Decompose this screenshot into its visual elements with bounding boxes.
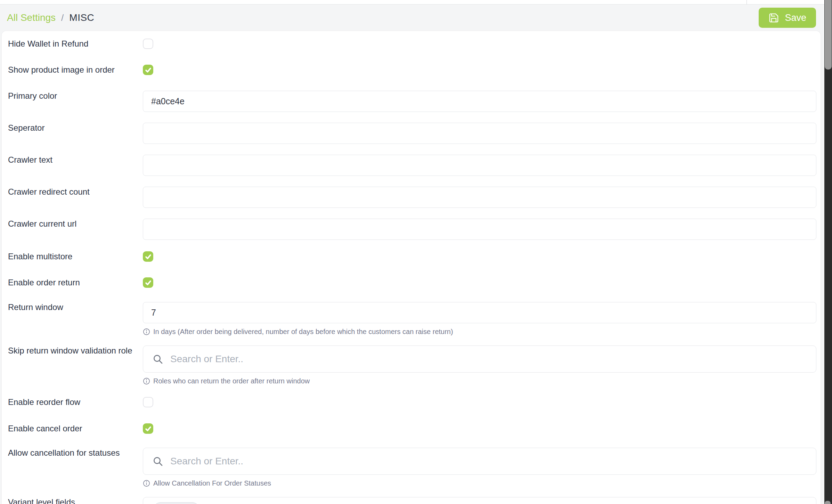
enable-reorder-flow-checkbox[interactable] — [143, 397, 153, 407]
field-label: Variant level fields — [7, 497, 143, 504]
seperator-input[interactable] — [143, 123, 816, 144]
field-row-primary-color: Primary color — [7, 91, 816, 112]
field-label: Return window — [7, 302, 143, 312]
top-edge-divider — [747, 0, 747, 5]
field-label: Allow cancellation for statuses — [7, 448, 143, 458]
field-label: Skip return window validation role — [7, 346, 143, 356]
magnifier-icon — [152, 353, 163, 365]
field-row-hide-wallet-in-refund: Hide Wallet in Refund — [7, 39, 816, 49]
field-row-enable-cancel-order: Enable cancel order — [7, 423, 816, 434]
helper-text: Roles who can return the order after ret… — [153, 377, 310, 385]
helper-text: Allow Cancellation For Order Statuses — [153, 479, 271, 487]
top-edge-bar — [0, 0, 824, 5]
variant-level-fields-multiselect[interactable] — [143, 497, 816, 504]
scrollbar-bottom-nub — [825, 501, 831, 504]
skip-return-role-helper: Roles who can return the order after ret… — [143, 377, 816, 385]
info-circle-icon — [143, 377, 150, 385]
field-label: Enable order return — [7, 277, 143, 288]
field-row-enable-order-return: Enable order return — [7, 277, 816, 288]
field-label: Primary color — [7, 91, 143, 101]
checkmark-icon — [145, 425, 152, 432]
field-label: Seperator — [7, 123, 143, 133]
field-row-enable-multistore: Enable multistore — [7, 251, 816, 262]
save-button-label: Save — [785, 13, 806, 23]
field-label: Crawler redirect count — [7, 187, 143, 197]
allow-cancellation-helper: Allow Cancellation For Order Statuses — [143, 479, 816, 487]
field-row-return-window: Return window In days (After order being… — [7, 302, 816, 336]
field-row-show-product-image: Show product image in order — [7, 65, 816, 75]
info-circle-icon — [143, 480, 150, 487]
checkmark-icon — [145, 253, 152, 260]
magnifier-icon — [152, 456, 163, 467]
field-label: Crawler text — [7, 155, 143, 165]
checkmark-icon — [145, 279, 152, 286]
page-header: All Settings / MISC Save — [0, 5, 824, 31]
field-row-allow-cancellation-statuses: Allow cancellation for statuses Allow Ca… — [7, 448, 816, 487]
field-label: Show product image in order — [7, 65, 143, 75]
field-label: Enable reorder flow — [7, 397, 143, 407]
return-window-input[interactable] — [143, 302, 816, 323]
field-row-crawler-redirect-count: Crawler redirect count — [7, 187, 816, 208]
allow-cancellation-multiselect[interactable] — [143, 448, 816, 475]
field-row-crawler-text: Crawler text — [7, 155, 816, 176]
save-button[interactable]: Save — [759, 8, 816, 28]
field-label: Hide Wallet in Refund — [7, 39, 143, 49]
settings-form-panel: Hide Wallet in Refund Show product image… — [1, 31, 821, 504]
helper-text: In days (After order being delivered, nu… — [153, 327, 453, 336]
field-row-crawler-current-url: Crawler current url — [7, 219, 816, 240]
enable-order-return-checkbox[interactable] — [143, 277, 153, 288]
breadcrumb-separator: / — [61, 13, 64, 23]
skip-return-role-search-input[interactable] — [170, 353, 807, 365]
breadcrumb-current-page: MISC — [69, 12, 94, 23]
breadcrumb-all-settings-link[interactable]: All Settings — [7, 12, 56, 23]
scrollbar-track[interactable] — [824, 0, 832, 504]
allow-cancellation-search-input[interactable] — [170, 456, 807, 467]
variant-chip[interactable] — [153, 502, 200, 504]
field-label: Enable multistore — [7, 251, 143, 262]
crawler-text-input[interactable] — [143, 155, 816, 176]
floppy-disk-icon — [768, 13, 779, 23]
field-row-variant-level-fields: Variant level fields — [7, 497, 816, 504]
primary-color-input[interactable] — [143, 91, 816, 112]
crawler-current-url-input[interactable] — [143, 219, 816, 240]
field-row-seperator: Seperator — [7, 123, 816, 144]
enable-cancel-order-checkbox[interactable] — [143, 423, 153, 434]
field-row-enable-reorder-flow: Enable reorder flow — [7, 397, 816, 407]
crawler-redirect-count-input[interactable] — [143, 187, 816, 208]
hide-wallet-in-refund-checkbox[interactable] — [143, 39, 153, 49]
checkmark-icon — [145, 67, 152, 73]
field-label: Enable cancel order — [7, 423, 143, 434]
scrollbar-thumb[interactable] — [825, 0, 832, 70]
skip-return-role-multiselect[interactable] — [143, 346, 816, 373]
field-label: Crawler current url — [7, 219, 143, 229]
show-product-image-checkbox[interactable] — [143, 65, 153, 75]
info-circle-icon — [143, 328, 150, 335]
breadcrumb: All Settings / MISC — [7, 12, 94, 23]
enable-multistore-checkbox[interactable] — [143, 251, 153, 262]
return-window-helper: In days (After order being delivered, nu… — [143, 327, 816, 336]
field-row-skip-return-window-validation-role: Skip return window validation role Roles… — [7, 346, 816, 385]
